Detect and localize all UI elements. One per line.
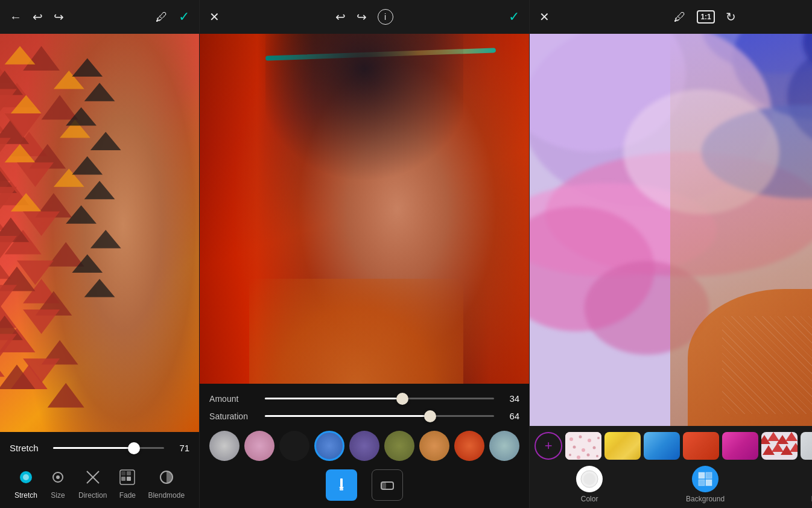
tool-size[interactable]: Size xyxy=(42,464,74,502)
panel3-ratio-button[interactable]: 1:1 xyxy=(697,10,714,24)
grid-icon xyxy=(697,471,713,487)
svg-point-92 xyxy=(573,446,576,449)
saturation-slider-track[interactable] xyxy=(265,415,494,417)
swatch-pattern-0 xyxy=(565,432,601,460)
panel2-confirm-button[interactable]: ✓ xyxy=(509,9,519,25)
swatch-3[interactable] xyxy=(314,431,344,461)
tool-blendmode[interactable]: Blendmode xyxy=(143,464,189,502)
saturation-label: Saturation xyxy=(209,411,258,421)
svg-point-98 xyxy=(596,455,598,457)
add-background-button[interactable]: + xyxy=(534,432,562,460)
svg-rect-120 xyxy=(706,480,712,486)
svg-point-95 xyxy=(569,454,571,456)
panel2-redo-button[interactable]: ↪ xyxy=(357,10,367,24)
svg-rect-70 xyxy=(340,478,343,487)
saturation-slider-row: Saturation 64 xyxy=(209,407,519,425)
tool-stretch[interactable]: Stretch xyxy=(10,464,42,502)
confirm-button[interactable]: ✓ xyxy=(179,9,189,25)
bg-type-background[interactable]: Background xyxy=(686,466,725,503)
panel2-info-button[interactable]: i xyxy=(378,9,393,25)
bg-swatch-5[interactable] xyxy=(761,432,798,460)
panel3-right-icons: 🖊 1:1 ↻ xyxy=(674,10,735,24)
eraser-tool-button[interactable] xyxy=(372,469,403,501)
svg-point-94 xyxy=(593,446,596,449)
tool-fade[interactable]: Fade xyxy=(112,464,143,502)
swatch-2[interactable] xyxy=(279,431,309,461)
color-swatches xyxy=(209,425,519,466)
swatch-4[interactable] xyxy=(349,431,379,461)
saturation-thumb[interactable] xyxy=(424,410,436,422)
bg-type-image[interactable]: Image xyxy=(808,466,812,503)
bg-swatch-3[interactable] xyxy=(683,432,719,460)
tool-fade-label: Fade xyxy=(119,491,136,500)
saturation-value: 64 xyxy=(501,411,519,421)
panel1-bottom: Stretch 71 Stretch xyxy=(0,432,199,508)
bg-swatch-6[interactable] xyxy=(801,432,812,460)
face-layer xyxy=(0,34,199,432)
svg-rect-117 xyxy=(699,472,705,478)
panel1-image xyxy=(0,34,199,432)
panel2-close-button[interactable]: ✕ xyxy=(209,10,220,24)
panel3-image xyxy=(530,34,812,426)
dress-layer xyxy=(249,279,463,384)
panel3-close-button[interactable]: ✕ xyxy=(539,10,550,24)
swatch-8[interactable] xyxy=(489,431,519,461)
panel2-center-icons: ↩ ↪ i xyxy=(335,9,393,25)
bg-swatch-4[interactable] xyxy=(722,432,758,460)
tool-direction[interactable]: Direction xyxy=(74,464,112,502)
stretch-label: Stretch xyxy=(10,443,46,453)
stretch-slider-thumb[interactable] xyxy=(128,442,140,454)
swatch-5[interactable] xyxy=(384,431,414,461)
swatch-7[interactable] xyxy=(454,431,484,461)
panel2-bottom: Amount 34 Saturation 64 xyxy=(200,384,529,508)
undo-button[interactable]: ↩ xyxy=(33,10,43,24)
bg-swatch-2[interactable] xyxy=(644,432,680,460)
svg-rect-68 xyxy=(127,477,131,481)
svg-rect-118 xyxy=(706,472,712,478)
svg-rect-65 xyxy=(121,471,125,475)
amount-value: 34 xyxy=(501,393,519,404)
colorsplash-panel: ✕ ↩ ↪ i ✓ Amount 34 xyxy=(200,0,530,508)
svg-rect-119 xyxy=(699,480,705,486)
amount-slider-track[interactable] xyxy=(265,398,494,399)
color-icon xyxy=(576,466,603,492)
eraser-button[interactable]: 🖊 xyxy=(156,10,168,24)
stretch-value: 71 xyxy=(171,443,189,453)
brush-tools xyxy=(209,466,519,502)
bg-swatches-row: + xyxy=(534,430,812,462)
fade-icon xyxy=(116,466,138,488)
eraser-icon xyxy=(379,477,395,493)
bg-swatch-0[interactable] xyxy=(565,432,601,460)
back-button[interactable]: ← xyxy=(10,10,22,24)
panel2-image xyxy=(200,34,529,384)
brush-icon xyxy=(334,477,349,493)
panel2-undo-button[interactable]: ↩ xyxy=(335,10,346,24)
tool-row: Stretch Size Direction xyxy=(10,460,189,504)
amount-thumb[interactable] xyxy=(396,393,408,405)
bg-type-color-label: Color xyxy=(581,495,598,503)
panel3-bottom: + xyxy=(530,426,812,508)
background-icon xyxy=(692,466,718,492)
amount-fill xyxy=(265,398,402,399)
svg-rect-71 xyxy=(340,488,343,491)
panel3-eraser-button[interactable]: 🖊 xyxy=(674,10,686,24)
tool-stretch-label: Stretch xyxy=(14,491,37,500)
swatch-6[interactable] xyxy=(419,431,449,461)
redo-button[interactable]: ↪ xyxy=(54,10,64,24)
panel2-topbar: ✕ ↩ ↪ i ✓ xyxy=(200,0,529,34)
bg-type-row: Color Background xyxy=(534,462,812,504)
svg-rect-73 xyxy=(381,482,386,489)
image-icon xyxy=(808,466,812,492)
stretch-slider-track[interactable] xyxy=(53,447,164,449)
svg-rect-66 xyxy=(127,471,131,475)
paint-brush-button[interactable] xyxy=(326,469,357,501)
panel1-right-icons: 🖊 ✓ xyxy=(156,9,189,25)
svg-point-97 xyxy=(587,454,590,457)
bg-type-color[interactable]: Color xyxy=(576,466,603,503)
panel3-refresh-button[interactable]: ↻ xyxy=(726,10,736,24)
swatch-1[interactable] xyxy=(244,431,274,461)
swatch-0[interactable] xyxy=(209,431,239,461)
bg-swatch-1[interactable] xyxy=(604,432,641,460)
panel1-left-icons: ← ↩ ↪ xyxy=(10,10,64,24)
svg-point-116 xyxy=(583,473,595,485)
